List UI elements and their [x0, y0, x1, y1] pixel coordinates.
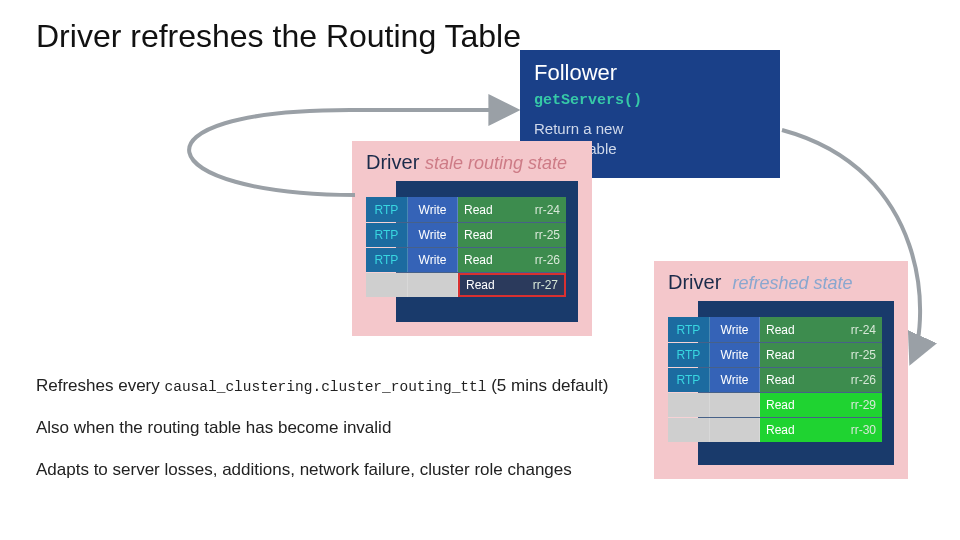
driver-panel-fresh: Driver refreshed state RTPWriteReadrr-24…	[654, 261, 908, 479]
read-label: Read	[466, 278, 495, 292]
cell-write: Write	[408, 197, 458, 222]
follower-method: getServers()	[534, 92, 766, 109]
table-row: Readrr-30	[668, 417, 882, 442]
note-adapts: Adapts to server losses, additions, netw…	[36, 460, 676, 480]
read-label: Read	[766, 423, 795, 437]
cell-read: Readrr-26	[458, 248, 566, 272]
read-label: Read	[766, 348, 795, 362]
driver-label: Driver	[366, 151, 419, 173]
cell-write	[710, 393, 760, 417]
page-title: Driver refreshes the Routing Table	[36, 18, 521, 55]
read-node: rr-24	[535, 203, 560, 217]
fresh-state-label: refreshed state	[732, 273, 852, 293]
cell-write: Write	[710, 317, 760, 342]
read-label: Read	[766, 373, 795, 387]
table-row: RTPWriteReadrr-24	[668, 317, 882, 342]
table-row: RTPWriteReadrr-25	[668, 342, 882, 367]
notes-block: Refreshes every causal_clustering.cluste…	[36, 376, 676, 502]
cell-rtp: RTP	[366, 248, 408, 272]
read-node: rr-26	[535, 253, 560, 267]
driver-stale-inner: RTPWriteReadrr-24RTPWriteReadrr-25RTPWri…	[396, 181, 578, 322]
cell-rtp: RTP	[366, 197, 408, 222]
read-node: rr-25	[851, 348, 876, 362]
table-row: RTPWriteReadrr-26	[366, 247, 566, 272]
table-row: Readrr-27	[366, 272, 566, 297]
read-label: Read	[766, 398, 795, 412]
cell-rtp: RTP	[668, 317, 710, 342]
read-node: rr-27	[533, 278, 558, 292]
table-row: RTPWriteReadrr-24	[366, 197, 566, 222]
cell-read: Readrr-30	[760, 418, 882, 442]
cell-write	[710, 418, 760, 442]
note-ttl-prefix: Refreshes every	[36, 376, 165, 395]
table-row: Readrr-29	[668, 392, 882, 417]
cell-write: Write	[710, 343, 760, 367]
read-label: Read	[464, 228, 493, 242]
note-ttl-code: causal_clustering.cluster_routing_ttl	[165, 379, 487, 395]
cell-rtp: RTP	[668, 343, 710, 367]
fresh-routing-table: RTPWriteReadrr-24RTPWriteReadrr-25RTPWri…	[668, 317, 882, 442]
read-label: Read	[464, 253, 493, 267]
read-node: rr-30	[851, 423, 876, 437]
cell-write: Write	[710, 368, 760, 392]
driver-panel-stale: Driver stale routing state RTPWriteReadr…	[352, 141, 592, 336]
table-row: RTPWriteReadrr-26	[668, 367, 882, 392]
follower-title: Follower	[534, 60, 766, 86]
note-invalid: Also when the routing table has become i…	[36, 418, 676, 438]
stale-state-label: stale routing state	[425, 153, 567, 173]
driver-stale-header: Driver stale routing state	[366, 151, 578, 174]
follower-desc-line1: Return a new	[534, 120, 623, 137]
cell-read: Readrr-26	[760, 368, 882, 392]
note-ttl: Refreshes every causal_clustering.cluste…	[36, 376, 676, 396]
driver-label-fresh: Driver	[668, 271, 721, 293]
table-row: RTPWriteReadrr-25	[366, 222, 566, 247]
read-node: rr-29	[851, 398, 876, 412]
cell-rtp	[366, 273, 408, 297]
driver-fresh-header: Driver refreshed state	[668, 271, 894, 294]
cell-read: Readrr-24	[458, 197, 566, 222]
stale-routing-table: RTPWriteReadrr-24RTPWriteReadrr-25RTPWri…	[366, 197, 566, 297]
cell-read: Readrr-25	[760, 343, 882, 367]
cell-write: Write	[408, 248, 458, 272]
driver-fresh-inner: RTPWriteReadrr-24RTPWriteReadrr-25RTPWri…	[698, 301, 894, 465]
cell-write	[408, 273, 458, 297]
cell-read: Readrr-29	[760, 393, 882, 417]
read-node: rr-25	[535, 228, 560, 242]
read-label: Read	[464, 203, 493, 217]
cell-read: Readrr-27	[458, 273, 566, 297]
cell-rtp: RTP	[366, 223, 408, 247]
cell-read: Readrr-24	[760, 317, 882, 342]
note-ttl-suffix: (5 mins default)	[486, 376, 608, 395]
read-label: Read	[766, 323, 795, 337]
read-node: rr-26	[851, 373, 876, 387]
cell-write: Write	[408, 223, 458, 247]
read-node: rr-24	[851, 323, 876, 337]
cell-read: Readrr-25	[458, 223, 566, 247]
